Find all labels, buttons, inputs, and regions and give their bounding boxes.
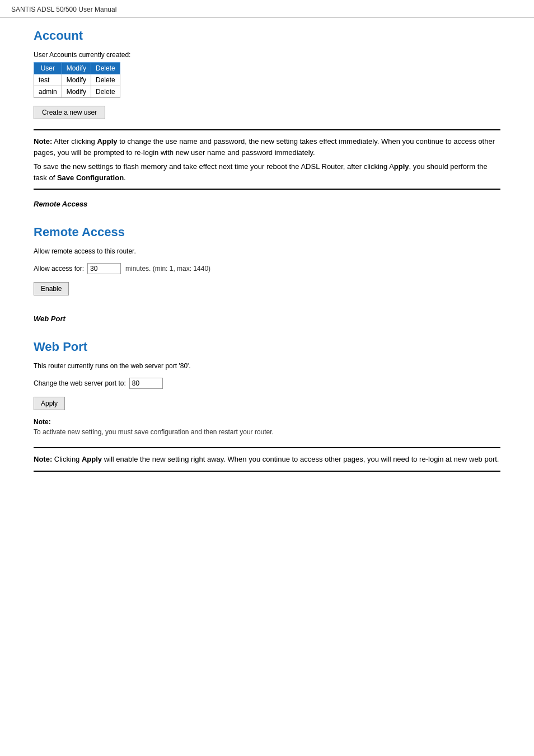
delete-cell[interactable]: Delete — [91, 74, 120, 86]
modify-cell[interactable]: Modify — [62, 74, 91, 86]
web-port-bottom-note: Note: Clicking Apply will enable the new… — [34, 447, 500, 472]
col-header-modify: Modify — [62, 63, 91, 74]
apply-bold-1: Apply — [97, 137, 117, 145]
apply-button[interactable]: Apply — [34, 397, 65, 410]
delete-link[interactable]: Delete — [96, 88, 115, 96]
modify-link[interactable]: Modify — [67, 76, 86, 84]
web-port-form-row: Change the web server port to: — [34, 378, 500, 389]
page-header: SANTIS ADSL 50/500 User Manual — [0, 0, 534, 17]
table-row: testModifyDelete — [34, 74, 120, 86]
delete-cell[interactable]: Delete — [91, 86, 120, 98]
web-port-label: Change the web server port to: — [34, 379, 126, 387]
remote-access-desc: Allow remote access to this router. — [34, 247, 500, 255]
web-port-section: Web Port This router currently runs on t… — [34, 340, 500, 436]
user-cell: test — [34, 74, 62, 86]
remote-access-link-label: Remote Access — [34, 200, 500, 208]
account-note-p1: Note: After clicking Apply to change the… — [34, 136, 500, 158]
remote-access-title: Remote Access — [34, 225, 500, 240]
account-note-p2: To save the new settings to flash memory… — [34, 161, 500, 183]
enable-button[interactable]: Enable — [34, 282, 69, 295]
allow-access-hint: minutes. (min: 1, max: 1440) — [125, 265, 210, 273]
remote-access-form-row: Allow access for: minutes. (min: 1, max:… — [34, 263, 500, 274]
modify-cell[interactable]: Modify — [62, 86, 91, 98]
allow-access-label: Allow access for: — [34, 265, 84, 273]
create-new-user-button[interactable]: Create a new user — [34, 106, 105, 119]
col-header-user: User — [34, 63, 62, 74]
modify-link[interactable]: Modify — [67, 88, 86, 96]
remote-access-section: Remote Access Allow remote access to thi… — [34, 225, 500, 303]
note-label-bold: Note: — [34, 418, 51, 426]
account-section: Account User Accounts currently created:… — [34, 29, 500, 119]
note-prefix: Note: — [34, 455, 52, 463]
note-bold-1: Note: — [34, 137, 52, 145]
web-port-title: Web Port — [34, 340, 500, 354]
web-port-note-text: To activate new setting, you must save c… — [34, 428, 500, 436]
user-cell: admin — [34, 86, 62, 98]
account-note-box: Note: After clicking Apply to change the… — [34, 129, 500, 190]
delete-link[interactable]: Delete — [96, 76, 115, 84]
manual-title: SANTIS ADSL 50/500 User Manual — [11, 6, 116, 13]
save-config-bold: Save Configuration — [57, 173, 124, 182]
user-accounts-table: User Modify Delete testModifyDeleteadmin… — [34, 62, 120, 98]
apply-bold-3: Apply — [82, 455, 102, 463]
accounts-label: User Accounts currently created: — [34, 51, 500, 59]
main-content: Account User Accounts currently created:… — [0, 17, 534, 505]
web-port-note-label: Note: — [34, 418, 500, 426]
web-port-desc: This router currently runs on the web se… — [34, 362, 500, 370]
web-port-input[interactable] — [129, 378, 163, 389]
table-row: adminModifyDelete — [34, 86, 120, 98]
web-port-link-label: Web Port — [34, 314, 500, 323]
apply-bold-2: pply — [394, 162, 409, 171]
allow-access-input[interactable] — [87, 263, 121, 274]
web-port-note-row: Note: To activate new setting, you must … — [34, 418, 500, 436]
col-header-delete: Delete — [91, 63, 120, 74]
account-title: Account — [34, 29, 500, 43]
